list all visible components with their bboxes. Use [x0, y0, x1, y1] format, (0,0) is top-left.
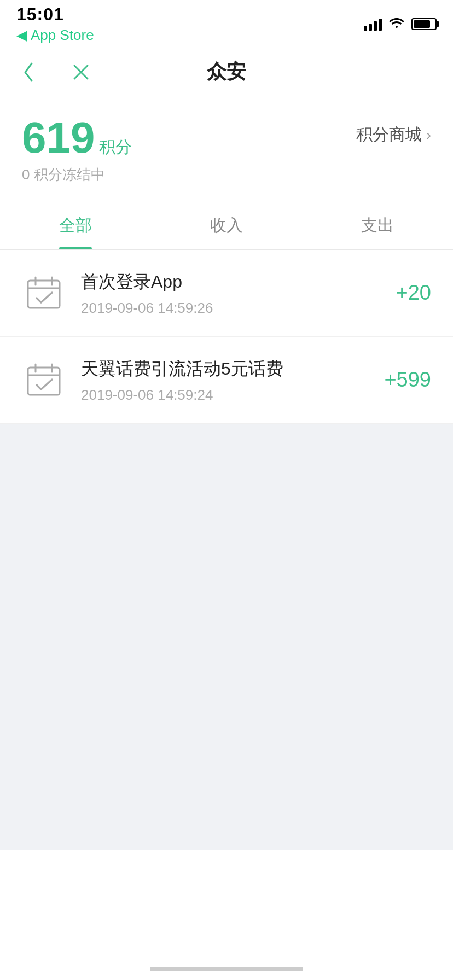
points-unit: 积分: [99, 136, 132, 159]
points-mall-label: 积分商城: [356, 124, 422, 146]
svg-rect-6: [28, 368, 60, 395]
transaction-icon: [22, 271, 66, 315]
svg-rect-2: [28, 281, 60, 308]
status-bar: 15:01 ◀ App Store: [0, 0, 453, 48]
back-chevron-icon: ◀: [16, 27, 27, 44]
back-chevron-icon: [22, 61, 35, 83]
transaction-info: 天翼话费引流活动5元话费 2019-09-06 14:59:24: [81, 357, 369, 404]
tabs-container: 全部 收入 支出: [0, 201, 453, 250]
points-main: 619 积分: [22, 116, 132, 160]
back-button[interactable]: [13, 57, 44, 88]
transaction-amount: +599: [384, 368, 431, 392]
app-store-back[interactable]: ◀ App Store: [16, 27, 94, 44]
points-header: 619 积分 0 积分冻结中 积分商城 ›: [0, 96, 453, 201]
close-button[interactable]: [66, 57, 96, 88]
empty-area: [0, 424, 453, 850]
page-title: 众安: [207, 59, 246, 85]
home-indicator: [150, 967, 303, 971]
points-mall-chevron-icon: ›: [426, 126, 431, 144]
transaction-time: 2019-09-06 14:59:24: [81, 387, 369, 404]
tab-expense[interactable]: 支出: [302, 201, 453, 249]
transaction-title: 首次登录App: [81, 270, 381, 294]
points-number: 619: [22, 116, 95, 160]
tab-all[interactable]: 全部: [0, 201, 151, 249]
transaction-item: 首次登录App 2019-09-06 14:59:26 +20: [0, 250, 453, 337]
signal-icon: [364, 18, 382, 31]
transaction-amount: +20: [396, 281, 431, 305]
status-time: 15:01: [16, 4, 94, 25]
transaction-title: 天翼话费引流活动5元话费: [81, 357, 369, 381]
points-mall-link[interactable]: 积分商城 ›: [356, 124, 431, 146]
transaction-item: 天翼话费引流活动5元话费 2019-09-06 14:59:24 +599: [0, 337, 453, 424]
transaction-icon: [22, 358, 66, 402]
app-store-label: App Store: [31, 27, 94, 44]
wifi-icon: [388, 16, 405, 33]
nav-bar: 众安: [0, 48, 453, 96]
transaction-list: 首次登录App 2019-09-06 14:59:26 +20 天翼话费引流活动…: [0, 250, 453, 424]
points-frozen: 0 积分冻结中: [22, 165, 132, 184]
tab-income[interactable]: 收入: [151, 201, 302, 249]
calendar-icon: [25, 274, 63, 312]
nav-left-controls: [13, 57, 96, 88]
calendar-icon: [25, 361, 63, 399]
status-left: 15:01 ◀ App Store: [16, 4, 94, 44]
transaction-info: 首次登录App 2019-09-06 14:59:26: [81, 270, 381, 317]
battery-icon: [411, 18, 437, 30]
close-x-icon: [73, 64, 89, 80]
transaction-time: 2019-09-06 14:59:26: [81, 300, 381, 317]
points-left: 619 积分 0 积分冻结中: [22, 116, 132, 184]
status-right: [364, 16, 437, 33]
